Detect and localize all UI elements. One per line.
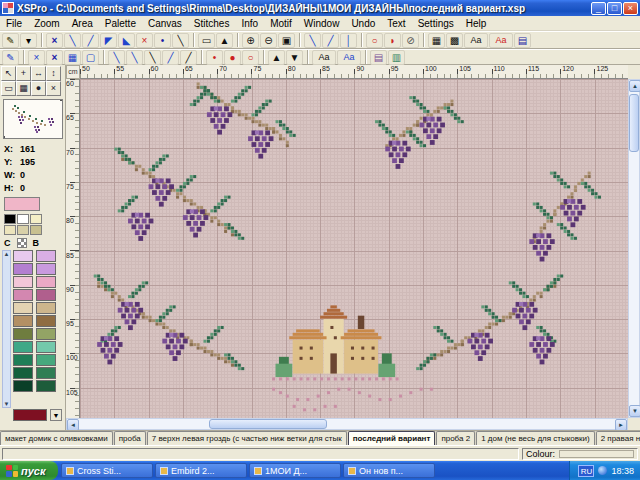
quick-swatch[interactable] bbox=[17, 214, 29, 224]
pencil-mode-dropdown[interactable]: ▾ bbox=[20, 33, 37, 48]
menu-item-help[interactable]: Help bbox=[460, 16, 493, 31]
menu-item-window[interactable]: Window bbox=[298, 16, 346, 31]
palette-colour-dark-red[interactable] bbox=[13, 409, 47, 421]
full-stitch-tool[interactable]: × bbox=[46, 33, 63, 48]
cross-tool[interactable]: + bbox=[16, 66, 31, 81]
menu-item-settings[interactable]: Settings bbox=[412, 16, 460, 31]
pointer-tool[interactable]: ↖ bbox=[1, 66, 16, 81]
menu-item-info[interactable]: Info bbox=[235, 16, 264, 31]
diag-alt2-tool[interactable]: ╱ bbox=[180, 50, 197, 65]
palette-colour-c[interactable] bbox=[13, 328, 33, 340]
vertical-scrollbar[interactable]: ▲ ▼ bbox=[628, 79, 640, 418]
palette-colour-b[interactable] bbox=[36, 302, 56, 314]
half-stitch-left-tool[interactable]: ╲ bbox=[64, 33, 81, 48]
circle-outline-tool[interactable]: ○ bbox=[366, 33, 383, 48]
document-tab[interactable]: последний вариант bbox=[348, 431, 436, 445]
arrow-down-tool[interactable]: ▼ bbox=[286, 50, 303, 65]
export-tool[interactable]: ▤ bbox=[514, 33, 531, 48]
petite-stitch-tool[interactable]: × bbox=[136, 33, 153, 48]
dot-tool[interactable]: ● bbox=[31, 81, 46, 96]
mirror-v-tool[interactable]: ↕ bbox=[46, 66, 61, 81]
maximize-button[interactable]: □ bbox=[607, 2, 622, 15]
palette-colour-b[interactable] bbox=[36, 328, 56, 340]
palette-colour-c[interactable] bbox=[13, 315, 33, 327]
scroll-down-icon[interactable]: ▼ bbox=[629, 405, 640, 417]
menu-item-canvas[interactable]: Canvas bbox=[142, 16, 188, 31]
stitch-x-small-tool[interactable]: × bbox=[28, 50, 45, 65]
palette-scrollbar[interactable]: ▲ ▼ bbox=[2, 250, 11, 408]
backstitch-line-tool[interactable]: ╲ bbox=[304, 33, 321, 48]
palette-colour-b[interactable] bbox=[36, 263, 56, 275]
color-pencil-tool[interactable]: ✎ bbox=[2, 50, 19, 65]
document-tab[interactable]: макет домик с оливковками bbox=[0, 431, 113, 445]
knot-small-tool[interactable]: • bbox=[206, 50, 223, 65]
menu-item-motif[interactable]: Motif bbox=[264, 16, 298, 31]
stitch-grid-tool[interactable]: ▦ bbox=[64, 50, 81, 65]
ring-tool[interactable]: ○ bbox=[242, 50, 259, 65]
palette-colour-c[interactable] bbox=[13, 354, 33, 366]
palette-colour-b[interactable] bbox=[36, 289, 56, 301]
palette-colour-c[interactable] bbox=[13, 380, 33, 392]
vertical-scroll-thumb[interactable] bbox=[629, 94, 639, 152]
arrow-up-tool[interactable]: ▲ bbox=[268, 50, 285, 65]
quick-swatch[interactable] bbox=[17, 225, 29, 235]
document-tab[interactable]: 2 правая ниж гр. bbox=[596, 431, 640, 445]
menu-item-palette[interactable]: Palette bbox=[99, 16, 142, 31]
minimize-button[interactable]: _ bbox=[591, 2, 606, 15]
text-latin-tool[interactable]: Aa bbox=[312, 50, 336, 65]
diag-thin-tool[interactable]: ╲ bbox=[108, 50, 125, 65]
palette-colour-b[interactable] bbox=[36, 341, 56, 353]
menu-item-undo[interactable]: Undo bbox=[345, 16, 381, 31]
scroll-up-icon[interactable]: ▲ bbox=[629, 80, 640, 92]
taskbar-button[interactable]: Embird 2... bbox=[155, 463, 247, 478]
motif-library-tool[interactable]: ▤ bbox=[370, 50, 387, 65]
taskbar-button[interactable]: 1МОИ Д... bbox=[249, 463, 341, 478]
palette-colour-c[interactable] bbox=[13, 263, 33, 275]
language-indicator[interactable]: RU bbox=[578, 465, 594, 477]
quick-swatch[interactable] bbox=[4, 225, 16, 235]
fill-tool[interactable]: ▲ bbox=[216, 33, 233, 48]
start-button[interactable]: пуск bbox=[0, 461, 58, 480]
taskbar-button[interactable]: Он нов п... bbox=[343, 463, 435, 478]
motif-save-tool[interactable]: ▥ bbox=[388, 50, 405, 65]
grid-toggle[interactable]: ▦ bbox=[428, 33, 445, 48]
palette-colour-b[interactable] bbox=[36, 276, 56, 288]
palette-scroll-up-icon[interactable]: ▲ bbox=[3, 251, 10, 257]
half-stitch-right-tool[interactable]: ╱ bbox=[82, 33, 99, 48]
quick-swatch[interactable] bbox=[30, 225, 42, 235]
palette-colour-c[interactable] bbox=[13, 367, 33, 379]
rect-tool[interactable]: ▭ bbox=[1, 81, 16, 96]
knot-large-tool[interactable]: ● bbox=[224, 50, 241, 65]
palette-colour-b[interactable] bbox=[36, 315, 56, 327]
palette-colour-c[interactable] bbox=[13, 250, 33, 262]
backstitch-curve-tool[interactable]: ╱ bbox=[322, 33, 339, 48]
palette-scroll-down-icon[interactable]: ▼ bbox=[3, 401, 10, 407]
stitch-x-medium-tool[interactable]: × bbox=[46, 50, 63, 65]
menu-item-text[interactable]: Text bbox=[381, 16, 411, 31]
palette-colour-b[interactable] bbox=[36, 250, 56, 262]
close-button[interactable]: × bbox=[623, 2, 638, 15]
palette-colour-b[interactable] bbox=[36, 367, 56, 379]
mirror-h-tool[interactable]: ↔ bbox=[31, 66, 46, 81]
half-circle-tool[interactable]: ◗ bbox=[384, 33, 401, 48]
pencil-tool[interactable]: ✎ bbox=[2, 33, 19, 48]
stitch-box-tool[interactable]: ▢ bbox=[82, 50, 99, 65]
font-latin-tool[interactable]: Aa bbox=[464, 33, 488, 48]
horizontal-scrollbar[interactable]: ◄ ► bbox=[66, 418, 628, 430]
palette-colour-b[interactable] bbox=[36, 354, 56, 366]
palette-colour-c[interactable] bbox=[13, 341, 33, 353]
palette-view-toggle[interactable]: ▩ bbox=[446, 33, 463, 48]
palette-colour-c[interactable] bbox=[13, 276, 33, 288]
zoom-in-tool[interactable]: ⊕ bbox=[242, 33, 259, 48]
document-tab[interactable]: проба 2 bbox=[436, 431, 475, 445]
no-fill-tool[interactable]: ⊘ bbox=[402, 33, 419, 48]
document-tab[interactable]: 1 дом (не весь для стыковки) bbox=[476, 431, 595, 445]
stitch-canvas[interactable] bbox=[80, 79, 628, 418]
menu-item-zoom[interactable]: Zoom bbox=[28, 16, 66, 31]
palette-colour-c[interactable] bbox=[13, 289, 33, 301]
tray-app-icon[interactable] bbox=[598, 466, 607, 475]
horizontal-scroll-thumb[interactable] bbox=[209, 419, 327, 429]
taskbar-button[interactable]: Cross Sti... bbox=[61, 463, 153, 478]
document-tab[interactable]: 7 верхн левая гроздь (с частью ниж ветки… bbox=[147, 431, 347, 445]
erase-tool[interactable]: × bbox=[46, 81, 61, 96]
